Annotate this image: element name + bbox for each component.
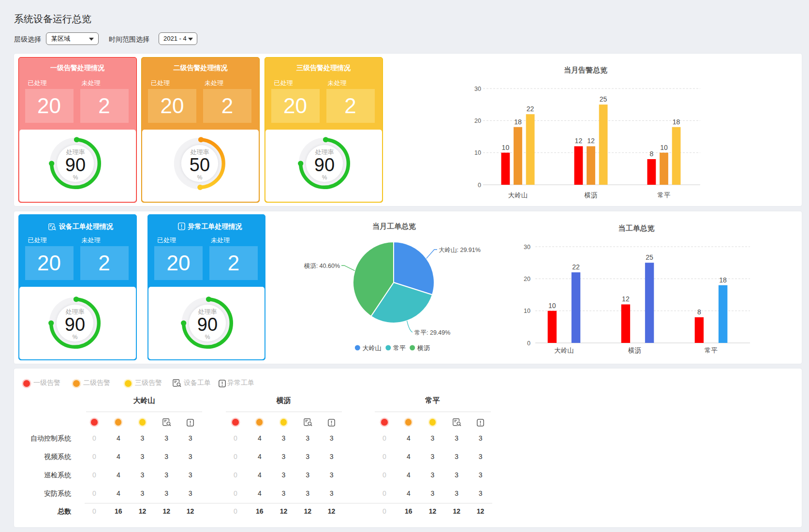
svg-text:18: 18 (719, 276, 727, 284)
svg-text:12: 12 (575, 137, 583, 145)
svg-text:18: 18 (514, 118, 522, 126)
svg-text:10: 10 (548, 302, 556, 310)
svg-text:90: 90 (197, 314, 218, 334)
svg-text:12: 12 (587, 137, 595, 145)
svg-text:50: 50 (189, 155, 209, 175)
svg-text:%: % (73, 174, 78, 181)
svg-text:横沥: 40.60%: 横沥: 40.60% (304, 263, 340, 269)
svg-text:大岭山: 29.91%: 大岭山: 29.91% (439, 247, 481, 253)
svg-text:90: 90 (65, 155, 86, 175)
svg-text:常平: 29.49%: 常平: 29.49% (414, 329, 450, 336)
svg-text:12: 12 (622, 295, 630, 303)
svg-text:横沥: 横沥 (584, 192, 598, 199)
svg-text:30: 30 (474, 86, 481, 92)
svg-text:常平: 常平 (393, 344, 406, 352)
svg-text:22: 22 (572, 263, 580, 271)
svg-text:10: 10 (502, 144, 510, 151)
svg-text:0: 0 (478, 182, 481, 189)
svg-text:90: 90 (65, 314, 85, 334)
svg-text:%: % (322, 174, 327, 181)
svg-text:20: 20 (524, 276, 530, 282)
svg-text:10: 10 (660, 144, 668, 151)
svg-text:%: % (205, 333, 210, 340)
svg-text:20: 20 (474, 118, 481, 124)
svg-text:%: % (197, 174, 202, 181)
svg-text:横沥: 横沥 (628, 347, 641, 354)
svg-text:当月工单总览: 当月工单总览 (372, 222, 416, 230)
svg-text:大岭山: 大岭山 (363, 344, 382, 352)
svg-text:8: 8 (650, 150, 654, 158)
svg-text:8: 8 (697, 308, 701, 316)
svg-text:90: 90 (314, 155, 334, 175)
svg-text:大岭山: 大岭山 (554, 347, 574, 354)
svg-text:%: % (73, 333, 78, 340)
svg-text:当工单总览: 当工单总览 (618, 224, 655, 232)
svg-text:常平: 常平 (705, 347, 718, 354)
svg-text:常平: 常平 (658, 192, 671, 199)
svg-text:10: 10 (474, 149, 481, 156)
svg-text:10: 10 (524, 308, 530, 314)
svg-text:22: 22 (527, 105, 534, 113)
svg-text:当月告警总览: 当月告警总览 (564, 66, 607, 74)
svg-text:0: 0 (527, 340, 530, 347)
svg-text:大岭山: 大岭山 (508, 192, 528, 199)
svg-text:30: 30 (524, 244, 530, 251)
svg-text:25: 25 (646, 253, 653, 261)
svg-text:25: 25 (600, 95, 607, 103)
svg-text:18: 18 (673, 118, 680, 126)
svg-text:横沥: 横沥 (417, 344, 430, 352)
